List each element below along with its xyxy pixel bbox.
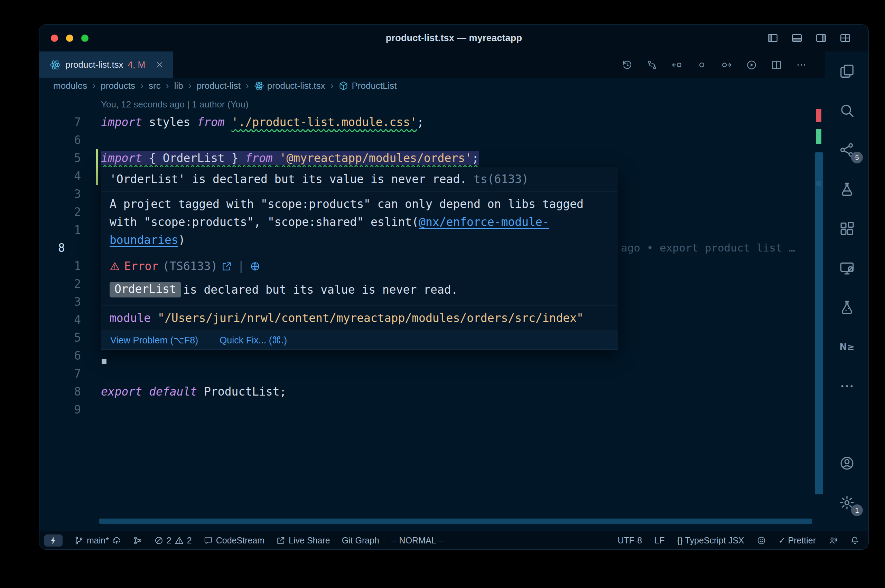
line-number: 5 [39, 331, 81, 345]
code-line[interactable]: 6 [39, 131, 825, 149]
bell-icon [850, 536, 859, 545]
run-icon[interactable] [746, 59, 757, 70]
status-git-branch[interactable]: main* [74, 536, 121, 546]
tab-product-list[interactable]: product-list.tsx4, M [39, 51, 173, 78]
layout-panel-icon[interactable] [791, 32, 803, 44]
code-line[interactable]: 7import styles from './product-list.modu… [39, 113, 825, 131]
line-number-gutter[interactable]: 4 [39, 169, 101, 183]
code-line[interactable]: 5import { OrderList } from '@myreactapp/… [39, 149, 825, 167]
status-accessibility[interactable] [828, 536, 838, 545]
error-hover-tooltip: 'OrderList' is declared but its value is… [101, 167, 618, 350]
close-window-button[interactable] [51, 34, 58, 42]
activity-settings[interactable]: 1 [825, 483, 868, 522]
status-notifications[interactable] [850, 536, 859, 545]
line-number-gutter[interactable]: 9 [39, 403, 101, 416]
breadcrumb-item-modules[interactable]: modules [53, 81, 87, 91]
breadcrumb-item-lib[interactable]: lib [174, 81, 183, 91]
status-vim-mode[interactable]: -- NORMAL -- [391, 536, 444, 546]
hover-actions: View Problem (⌥F8)Quick Fix... (⌘.) [101, 331, 618, 350]
share-icon [276, 536, 285, 545]
activity-source-graph[interactable]: 5 [825, 130, 868, 170]
ts-error-code: ts(6133) [473, 172, 529, 186]
code-line[interactable]: 8export default ProductList; [39, 382, 825, 400]
open-external-icon[interactable] [222, 261, 232, 272]
activity-extensions[interactable] [825, 209, 868, 248]
line-number-gutter[interactable]: 6 [39, 349, 101, 362]
activity-beaker-tools[interactable] [825, 170, 868, 209]
activity-more-views[interactable] [825, 366, 868, 406]
line-number-gutter[interactable]: 1 [39, 259, 101, 273]
status-prettier[interactable]: ✓ Prettier [778, 536, 816, 546]
selection-highlight: import { OrderList } from '@myreactapp/m… [101, 152, 479, 165]
status-eol[interactable]: LF [654, 536, 664, 546]
tab-bar: product-list.tsx4, M [39, 51, 825, 78]
codelens-blame[interactable]: You, 12 seconds ago | 1 author (You) [101, 99, 249, 110]
line-number-gutter[interactable]: 4 [39, 313, 101, 327]
activity-search[interactable] [825, 91, 868, 130]
breadcrumb-item-productlist[interactable]: ProductList [338, 81, 397, 91]
status-feedback[interactable] [757, 536, 766, 545]
quick-fix-action[interactable]: Quick Fix... (⌘.) [219, 335, 287, 346]
line-number-gutter[interactable]: 3 [39, 187, 101, 201]
line-number-gutter[interactable]: 1 [39, 223, 101, 237]
previous-change-icon[interactable] [672, 59, 682, 70]
code-editor[interactable]: You, 12 seconds ago | 1 author (You) 7im… [39, 94, 825, 531]
activity-badge: 5 [851, 152, 863, 164]
split-editor-icon[interactable] [771, 59, 782, 70]
breadcrumb-separator: › [166, 81, 169, 91]
compare-icon[interactable] [646, 59, 658, 70]
layout-sidebar-icon[interactable] [767, 32, 778, 44]
code-line[interactable]: 9 [39, 400, 825, 418]
line-number-gutter[interactable]: 3 [39, 295, 101, 309]
activity-accounts[interactable] [825, 444, 868, 483]
line-number-gutter[interactable]: 5 [39, 152, 101, 165]
close-tab-icon[interactable] [155, 60, 165, 70]
horizontal-scrollbar[interactable] [99, 519, 812, 524]
activity-remote-explorer[interactable] [825, 248, 868, 288]
current-change-icon[interactable] [696, 59, 707, 70]
person-icon [828, 536, 838, 545]
view-problem-action[interactable]: View Problem (⌥F8) [110, 335, 198, 346]
breadcrumb-item-product-list-tsx[interactable]: product-list.tsx [254, 81, 325, 91]
overview-added-marker [816, 129, 821, 144]
line-number-gutter[interactable]: 8 [39, 385, 101, 398]
line-number-gutter[interactable]: 7 [39, 367, 101, 380]
status-commit-graph[interactable] [133, 536, 143, 545]
line-number-gutter[interactable]: 5 [39, 331, 101, 345]
line-number-gutter[interactable]: 8 [39, 241, 101, 255]
breadcrumb-item-products[interactable]: products [101, 81, 135, 91]
line-number: 6 [39, 134, 81, 147]
activity-testing[interactable] [825, 288, 868, 327]
status-git-graph[interactable]: Git Graph [342, 536, 379, 546]
layout-sidebar-right-icon[interactable] [815, 32, 827, 44]
status-encoding[interactable]: UTF-8 [618, 536, 642, 546]
line-number-gutter[interactable]: 7 [39, 116, 101, 129]
breadcrumb-item-product-list[interactable]: product-list [197, 81, 240, 91]
zoom-window-button[interactable] [81, 34, 89, 42]
minimize-window-button[interactable] [66, 34, 73, 42]
badge-message: is declared but its value is never read. [183, 283, 458, 296]
line-number-gutter[interactable]: 2 [39, 205, 101, 219]
hover-resize-handle[interactable] [102, 359, 107, 364]
status-bar-left: main*22CodeStreamLive ShareGit Graph-- N… [44, 534, 444, 546]
status-remote-indicator[interactable] [44, 534, 63, 546]
status-live-share[interactable]: Live Share [276, 536, 330, 546]
layout-grid-icon[interactable] [839, 32, 851, 44]
activity-nx-console[interactable]: N≥ [825, 327, 868, 366]
status-language-mode[interactable]: {} TypeScript JSX [677, 536, 744, 546]
status-codestream[interactable]: CodeStream [204, 536, 264, 546]
next-change-icon[interactable] [721, 59, 732, 70]
breadcrumb-item-src[interactable]: src [149, 81, 161, 91]
more-actions-icon[interactable] [796, 59, 807, 70]
line-number-gutter[interactable]: 2 [39, 277, 101, 291]
warning-icon [174, 536, 184, 545]
globe-icon[interactable] [250, 261, 260, 272]
activity-bar-top: 5N≥ [825, 51, 868, 406]
history-icon[interactable] [622, 59, 633, 70]
status-problems[interactable]: 22 [154, 536, 192, 546]
tab-label: product-list.tsx [65, 59, 123, 70]
activity-explorer[interactable] [825, 51, 868, 91]
line-number-gutter[interactable]: 6 [39, 134, 101, 147]
code-line[interactable]: 7 [39, 364, 825, 382]
vertical-scrollbar[interactable] [815, 152, 823, 494]
